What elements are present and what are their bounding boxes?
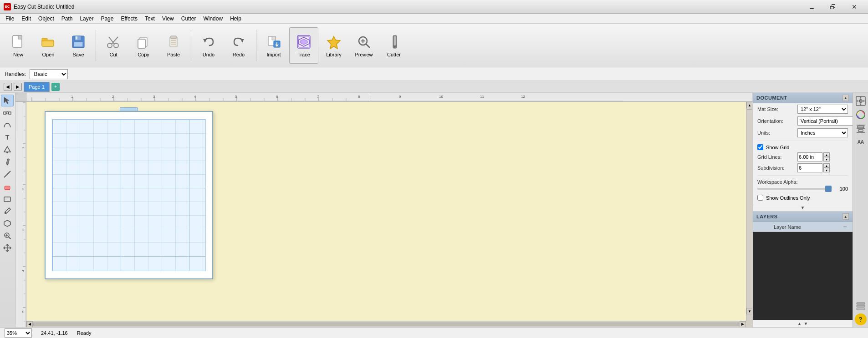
node-tool[interactable] (1, 107, 14, 119)
svg-point-41 (6, 112, 9, 114)
menu-effects[interactable]: Effects (117, 15, 141, 23)
units-select[interactable]: Inches Centimeters Millimeters Pixels (797, 128, 848, 137)
zoom-tool[interactable] (1, 230, 14, 242)
svg-marker-21 (240, 39, 244, 42)
paste-button[interactable]: Paste (159, 27, 188, 64)
subdivision-input[interactable] (797, 163, 822, 172)
subdivision-down[interactable]: ▼ (823, 168, 830, 172)
layers-scroll-up[interactable]: ▲ (842, 213, 849, 220)
undo-button[interactable]: Undo (194, 27, 223, 64)
handles-select[interactable]: Basic Advanced None (30, 69, 68, 79)
show-grid-label[interactable]: Show Grid (766, 145, 789, 150)
menu-layer[interactable]: Layer (76, 15, 97, 23)
ruler-corner (15, 93, 26, 102)
grid-lines-down[interactable]: ▼ (823, 157, 830, 161)
trace-button[interactable]: Trace (289, 27, 318, 64)
layer-minus-btn[interactable]: ─ (843, 224, 850, 229)
pan-tool[interactable] (1, 242, 14, 254)
open-button[interactable]: Open (34, 27, 63, 64)
transform-panel-btn[interactable] (854, 95, 867, 107)
show-grid-row: Show Grid (753, 143, 853, 151)
svg-marker-38 (4, 97, 9, 104)
show-grid-checkbox[interactable] (757, 144, 763, 150)
redo-button[interactable]: Redo (224, 27, 253, 64)
hscroll-left[interactable]: ◀ (26, 321, 33, 328)
subdivision-up[interactable]: ▲ (823, 163, 830, 168)
menu-object[interactable]: Object (35, 15, 58, 23)
fill-tool[interactable] (1, 144, 14, 156)
menu-window[interactable]: Window (199, 15, 226, 23)
vscroll-up[interactable]: ▲ (746, 102, 752, 108)
close-button[interactable]: ✕ (844, 0, 864, 14)
mat-size-select[interactable]: 12" x 12" 12" x 24" Custom (797, 105, 848, 114)
doc-divider-1 (757, 141, 848, 141)
cut-button[interactable]: Cut (99, 27, 128, 64)
import-button[interactable]: Import (259, 27, 288, 64)
save-button[interactable]: Save (64, 27, 93, 64)
doc-scroll-up[interactable]: ▲ (842, 95, 849, 101)
grid-lines-up[interactable]: ▲ (823, 152, 830, 157)
new-icon (10, 34, 26, 50)
cutter-button[interactable]: Cutter (379, 27, 408, 64)
hscroll-right[interactable]: ▶ (740, 321, 746, 328)
zoom-select[interactable]: 25% 35% 50% 75% 100% 150% 200% (5, 328, 32, 338)
menu-help[interactable]: Help (226, 15, 245, 23)
layers-scroll-controls: ▲ ▼ (753, 320, 853, 327)
menu-text[interactable]: Text (141, 15, 158, 23)
add-page-button[interactable]: + (51, 83, 60, 91)
workspace-alpha-slider[interactable] (757, 188, 832, 190)
horizontal-scrollbar[interactable]: ◀ ▶ (26, 321, 746, 327)
page-tab-1[interactable]: Page 1 (24, 82, 50, 92)
save-icon (70, 34, 87, 50)
workspace[interactable] (26, 102, 752, 327)
svg-rect-7 (74, 42, 83, 47)
help-btn[interactable]: ? (855, 313, 867, 325)
menu-path[interactable]: Path (58, 15, 77, 23)
page-scroll-right[interactable]: ▶ (14, 83, 22, 91)
layers-scroll-down-btn[interactable]: ▼ (804, 321, 808, 326)
polygon-tool[interactable] (1, 217, 14, 229)
doc-divider-2 (757, 175, 848, 176)
text-panel-btn[interactable]: AA (854, 136, 867, 148)
minimize-button[interactable]: 🗕 (801, 0, 822, 14)
svg-line-54 (9, 237, 10, 239)
page-scroll-left[interactable]: ◀ (4, 83, 12, 91)
hscroll-track[interactable] (33, 323, 739, 326)
text-tool[interactable]: T (1, 131, 14, 143)
eraser-tool[interactable] (1, 181, 14, 192)
pencil-tool[interactable] (1, 156, 14, 168)
rectangle-tool[interactable] (1, 193, 14, 205)
bezier-tool[interactable] (1, 119, 14, 131)
color-palette-btn[interactable] (854, 108, 867, 121)
align-panel-btn[interactable] (854, 122, 867, 135)
layers-panel-btn[interactable] (854, 300, 867, 313)
menu-view[interactable]: View (158, 15, 178, 23)
show-outlines-checkbox[interactable] (757, 195, 763, 201)
svg-marker-127 (863, 100, 865, 102)
app-icon: EC (4, 3, 11, 10)
grid-lines-input[interactable] (797, 152, 822, 161)
maximize-button[interactable]: 🗗 (822, 0, 843, 14)
vertical-scrollbar[interactable]: ▲ ▼ (746, 102, 752, 321)
left-tools-panel: T (0, 93, 15, 327)
vscroll-down[interactable]: ▼ (746, 308, 752, 314)
show-outlines-label[interactable]: Show Outlines Only (766, 195, 810, 201)
library-button[interactable]: Library (319, 27, 348, 64)
svg-point-44 (6, 151, 8, 153)
menu-page[interactable]: Page (97, 15, 117, 23)
menu-file[interactable]: File (2, 15, 18, 23)
canvas-area[interactable]: 1 2 3 4 5 6 7 8 9 10 11 12 (15, 93, 752, 327)
new-button[interactable]: New (4, 27, 33, 64)
orientation-select[interactable]: Vertical (Portrait) Horizontal (Landscap… (797, 116, 853, 126)
preview-button[interactable]: Preview (349, 27, 378, 64)
select-tool[interactable] (1, 95, 14, 106)
copy-button[interactable]: Copy (129, 27, 158, 64)
menu-cutter[interactable]: Cutter (178, 15, 200, 23)
layers-scroll-up-btn[interactable]: ▲ (797, 321, 802, 326)
subdivision-spinner: ▲ ▼ (823, 163, 830, 172)
line-tool[interactable] (1, 168, 14, 180)
doc-collapse-btn[interactable]: ▼ (801, 205, 805, 210)
svg-rect-136 (857, 305, 865, 307)
menu-edit[interactable]: Edit (18, 15, 35, 23)
eyedropper-tool[interactable] (1, 205, 14, 217)
